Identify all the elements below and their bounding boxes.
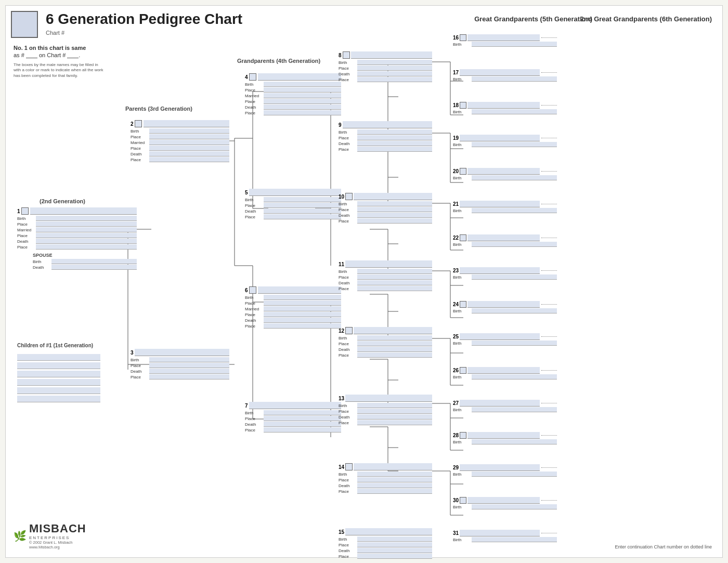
person-6: 6 Birth Place Married Place Death Place: [245, 286, 341, 329]
person-23: 23 Birth: [453, 267, 557, 280]
person-27: 27 Birth: [453, 400, 557, 413]
person-1: 1 Birth Place Married Place Death Place …: [17, 207, 137, 270]
person-15: 15 Birth Place Death Place: [339, 528, 432, 559]
person-7-name[interactable]: [249, 402, 341, 409]
person-3: 3 Birth Place Death Place: [131, 349, 229, 380]
gen2-label: (2nd Generation): [40, 198, 85, 204]
person-8-box: [343, 51, 350, 59]
person-2-box: [135, 120, 142, 127]
person-6-name[interactable]: [258, 286, 341, 294]
person-24: 24 Birth: [453, 301, 557, 314]
person-21: 21 Birth: [453, 201, 557, 214]
person-6-box: [249, 286, 256, 294]
chart-box: [11, 11, 38, 38]
person-8: 8 Birth Place Death Place: [339, 51, 432, 83]
gen5-label: Great Grandparents (5th Generation): [474, 15, 592, 23]
person-9: 9 Birth Place Death Place: [339, 121, 432, 152]
footer-note: Enter continuation Chart number on dotte…: [615, 544, 712, 549]
person-2-name[interactable]: [144, 120, 229, 127]
person-19: 19 Birth: [453, 135, 557, 148]
person-4-box: [249, 73, 256, 81]
person-2: 2 Birth Place Married Place Death Place: [131, 120, 229, 163]
person-10: 10 Birth Place Death Place: [339, 193, 432, 224]
person-31: 31 Birth: [453, 530, 557, 543]
page-title: 6 Generation Pedigree Chart: [46, 11, 242, 28]
footer-logo: 🌿 MISBACH ENTERPRISES © 2002 Grant L. Mi…: [14, 522, 86, 549]
person-17: 17 Birth: [453, 69, 557, 82]
person-20: 20 Birth: [453, 168, 557, 181]
children-list: [17, 354, 100, 402]
info-line2: as # on Chart # .: [14, 52, 105, 58]
info-note: The boxes by the male names may be fille…: [14, 62, 105, 78]
person-18: 18 Birth: [453, 102, 557, 115]
person-5-name[interactable]: [249, 189, 341, 196]
person-14-box: [345, 463, 353, 470]
person-30: 30 Birth: [453, 497, 557, 510]
person-11: 11 Birth Place Death Place: [339, 260, 432, 292]
person-12: 12 Birth Place Death Place: [339, 327, 432, 358]
person-5: 5 Birth Place Death Place: [245, 189, 341, 220]
gen3-label: Parents (3rd Generation): [125, 106, 192, 112]
person-29: 29 Birth: [453, 464, 557, 477]
info-block: No. 1 on this chart is same as # on Char…: [14, 45, 105, 78]
person-16: 16 Birth: [453, 34, 557, 47]
gen4-label: Grandparents (4th Generation): [237, 58, 320, 64]
person-22: 22 Birth: [453, 234, 557, 247]
person-25: 25 Birth: [453, 333, 557, 346]
person-4-name[interactable]: [258, 73, 341, 81]
person-13: 13 Birth Place Death Place: [339, 395, 432, 426]
person-1-name[interactable]: [30, 207, 137, 215]
children-label: Children of #1 (1st Generation): [17, 343, 93, 348]
person-10-box: [345, 193, 353, 200]
person-26: 26 Birth: [453, 367, 557, 380]
person-1-box: [21, 207, 29, 215]
person-4: 4 Birth Place Married Place Death Place: [245, 73, 341, 116]
person-3-name[interactable]: [135, 349, 229, 356]
info-line1: No. 1 on this chart is same: [14, 45, 105, 51]
person-12-box: [345, 327, 353, 334]
person-28: 28 Birth: [453, 432, 557, 445]
chart-number-label: Chart #: [46, 30, 253, 36]
person-14: 14 Birth Place Death Place: [339, 463, 432, 494]
person-7: 7 Birth Place Death Place: [245, 402, 341, 433]
gen6-label: 2nd Great Grandparents (6th Generation): [580, 15, 712, 23]
